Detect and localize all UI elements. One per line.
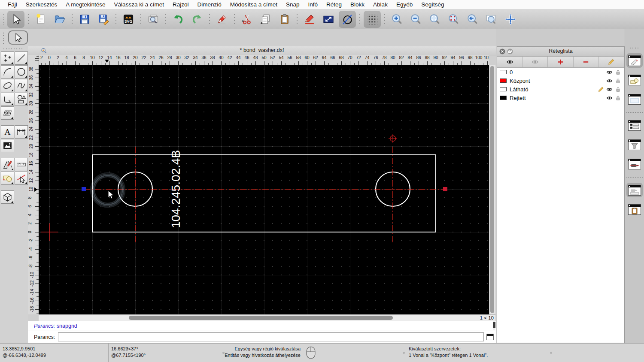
menu-m-dos-tsa-a-c-met[interactable]: Módosítsa a címet bbox=[226, 1, 282, 8]
copy-button[interactable] bbox=[257, 11, 274, 28]
menu-v-lassza-ki-a-c-met[interactable]: Válassza ki a címet bbox=[110, 1, 168, 8]
h-ruler-label: 54 bbox=[279, 55, 283, 60]
line-tool-button[interactable] bbox=[15, 51, 28, 65]
zoom-selected-button[interactable] bbox=[445, 11, 462, 28]
menu-f-jl[interactable]: Fájl bbox=[3, 1, 21, 8]
cut-scissors-button[interactable] bbox=[238, 11, 255, 28]
layer-row-rejtett[interactable]: Rejtett bbox=[497, 94, 624, 102]
select-tool-button[interactable] bbox=[8, 30, 28, 45]
modify-tool-button[interactable] bbox=[1, 158, 14, 171]
command-input[interactable] bbox=[58, 332, 484, 341]
menu-snap[interactable]: Snap bbox=[282, 1, 304, 8]
polygon-tool-button[interactable] bbox=[15, 93, 28, 106]
document-tab-bar[interactable]: * bond_washer.dxf bbox=[28, 46, 496, 55]
detach-command-button[interactable] bbox=[486, 334, 494, 340]
layer-visibility-icon[interactable] bbox=[606, 86, 613, 93]
canvas-vertical-scrollbar[interactable] bbox=[489, 65, 495, 314]
history-scrollbar[interactable] bbox=[493, 322, 495, 330]
dock-drag-handle[interactable] bbox=[629, 47, 640, 49]
filter-dock-button[interactable] bbox=[626, 137, 643, 152]
hatch-tool-button[interactable] bbox=[1, 106, 14, 120]
zoom-out-button[interactable] bbox=[407, 11, 425, 28]
redo-button[interactable] bbox=[188, 11, 206, 28]
attributes-pencil-button[interactable] bbox=[301, 11, 318, 28]
paste-clipboard-button[interactable] bbox=[276, 11, 293, 28]
menu-ablak[interactable]: Ablak bbox=[369, 1, 392, 8]
select-entity-tool-button[interactable] bbox=[15, 172, 28, 185]
library-browser-dock-button[interactable] bbox=[626, 92, 643, 106]
tools-drag-handle[interactable] bbox=[3, 48, 24, 50]
vscroll-thumb[interactable] bbox=[490, 66, 494, 313]
polyline-tool-button[interactable] bbox=[1, 93, 14, 106]
edit-layer-button[interactable] bbox=[599, 57, 624, 67]
menu-egy-b[interactable]: Egyéb bbox=[392, 1, 417, 8]
layer-row-l-that-[interactable]: Látható bbox=[497, 85, 624, 94]
bevel-button[interactable] bbox=[320, 11, 337, 28]
remove-layer-button[interactable] bbox=[574, 57, 599, 67]
layer-lock-icon[interactable] bbox=[615, 69, 621, 75]
menu-blokk[interactable]: Blokk bbox=[346, 1, 369, 8]
entity-list-dock-button[interactable] bbox=[626, 118, 643, 133]
zoom-previous-button[interactable] bbox=[464, 11, 481, 28]
zoom-in-button[interactable] bbox=[389, 11, 406, 28]
svg-export-button[interactable]: SVG bbox=[120, 11, 137, 28]
pan-button[interactable] bbox=[502, 11, 519, 28]
image-tool-button[interactable] bbox=[1, 139, 14, 152]
ellipse-tool-button[interactable] bbox=[1, 79, 14, 92]
menu-a-megtekint-se[interactable]: A megtekintése bbox=[61, 1, 109, 8]
toolbar-drag-handle[interactable] bbox=[3, 32, 4, 44]
layer-list-dock-button[interactable] bbox=[626, 53, 643, 68]
layer-visibility-icon[interactable] bbox=[606, 69, 613, 75]
delete-eraser-button[interactable] bbox=[213, 11, 231, 28]
layer-lock-icon[interactable] bbox=[615, 86, 621, 93]
hscroll-thumb[interactable] bbox=[129, 316, 393, 320]
text-tool-button[interactable]: A bbox=[1, 125, 14, 139]
layer-row-0[interactable]: 0 bbox=[497, 68, 624, 76]
drawing-canvas[interactable]: 104.245.02.4B bbox=[39, 65, 489, 314]
svg-text:SVG: SVG bbox=[125, 19, 133, 23]
open-folder-button[interactable] bbox=[51, 11, 68, 28]
layer-row-k-zpont[interactable]: Központ bbox=[497, 76, 624, 85]
menu-rajzol[interactable]: Rajzol bbox=[168, 1, 193, 8]
clipboard-dock-button[interactable] bbox=[626, 202, 643, 217]
points-tool-button[interactable] bbox=[1, 51, 14, 65]
snap-grid-button[interactable] bbox=[364, 11, 381, 28]
line-icon bbox=[16, 53, 27, 63]
zoom-window-button[interactable] bbox=[483, 11, 500, 28]
save-button[interactable] bbox=[76, 11, 93, 28]
block-list-dock-button[interactable] bbox=[626, 72, 643, 87]
toolbar-separator bbox=[209, 13, 210, 26]
solid-3d-tool-button[interactable] bbox=[1, 190, 14, 204]
circle-tool-button[interactable] bbox=[15, 65, 28, 78]
menu-dimenzi-[interactable]: Dimenzió bbox=[193, 1, 225, 8]
zoom-auto-button[interactable] bbox=[426, 11, 444, 28]
add-layer-button[interactable] bbox=[548, 57, 573, 67]
select-arrow-button[interactable] bbox=[7, 11, 24, 28]
print-preview-button[interactable] bbox=[145, 11, 162, 28]
clipboard-window-icon bbox=[628, 204, 641, 215]
arc-tool-button[interactable] bbox=[1, 65, 14, 78]
undo-button[interactable] bbox=[170, 11, 187, 28]
show-all-layers-button[interactable] bbox=[497, 57, 522, 67]
pen-palette-dock-button[interactable] bbox=[626, 157, 643, 171]
layer-visibility-icon[interactable] bbox=[606, 95, 613, 101]
menu-seg-ts-g[interactable]: Segítség bbox=[417, 1, 448, 8]
canvas-horizontal-scrollbar[interactable]: 1 < 10 bbox=[39, 314, 495, 321]
measure-tool-button[interactable] bbox=[15, 158, 28, 171]
layer-lock-icon[interactable] bbox=[615, 95, 621, 101]
divide-circle-button[interactable] bbox=[339, 11, 356, 28]
save-as-button[interactable] bbox=[95, 11, 112, 28]
spline-tool-button[interactable] bbox=[15, 79, 28, 92]
snap-grid-icon bbox=[367, 14, 377, 24]
layer-visibility-icon[interactable] bbox=[606, 78, 613, 84]
menu-szerkeszt-s[interactable]: Szerkesztés bbox=[21, 1, 62, 8]
hide-all-layers-button[interactable] bbox=[522, 57, 548, 67]
trim-tool-button[interactable] bbox=[1, 172, 14, 185]
new-document-button[interactable] bbox=[32, 11, 49, 28]
menu-r-teg[interactable]: Réteg bbox=[322, 1, 346, 8]
menu-inf-[interactable]: Infó bbox=[304, 1, 322, 8]
command-line-dock-button[interactable] bbox=[626, 183, 643, 197]
layer-lock-icon[interactable] bbox=[615, 78, 621, 84]
end-handle bbox=[443, 187, 447, 191]
dimension-tool-button[interactable] bbox=[15, 125, 28, 139]
